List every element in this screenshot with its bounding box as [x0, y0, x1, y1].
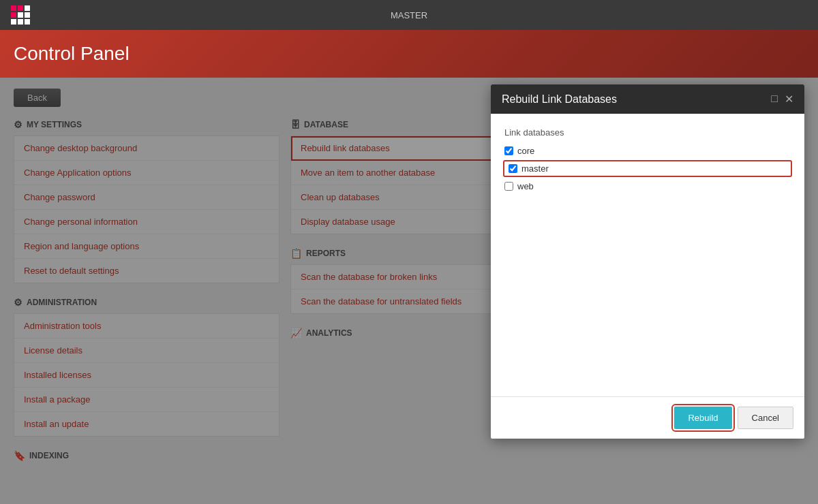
checkbox-core[interactable]: core [504, 146, 791, 156]
close-button[interactable]: ✕ [785, 93, 793, 106]
modal-title: Rebuild Link Databases [502, 93, 617, 106]
modal-overlay: Rebuild Link Databases □ ✕ Link database… [0, 78, 818, 504]
rebuild-button[interactable]: Rebuild [674, 407, 731, 429]
modal-body: Link databases core master web [491, 114, 804, 396]
content-area: Back ⚙ MY SETTINGS Change desktop backgr… [0, 78, 818, 504]
checkbox-master-label: master [521, 163, 549, 174]
page-title: Control Panel [14, 43, 130, 65]
checkbox-web-input[interactable] [504, 182, 513, 191]
topbar-title: MASTER [391, 10, 427, 20]
maximize-button[interactable]: □ [771, 93, 778, 106]
rebuild-link-databases-modal: Rebuild Link Databases □ ✕ Link database… [491, 84, 804, 439]
modal-footer: Rebuild Cancel [491, 396, 804, 439]
page-header: Control Panel [0, 30, 818, 78]
checkbox-web-label: web [517, 181, 534, 191]
cancel-button[interactable]: Cancel [738, 407, 793, 429]
app-logo[interactable] [11, 5, 30, 25]
checkbox-web[interactable]: web [504, 181, 791, 191]
grid-icon [11, 5, 30, 25]
checkbox-core-label: core [517, 146, 534, 156]
checkbox-master-input[interactable] [509, 164, 517, 173]
modal-header: Rebuild Link Databases □ ✕ [491, 84, 804, 114]
modal-header-actions: □ ✕ [771, 93, 793, 106]
link-databases-label: Link databases [504, 127, 791, 138]
topbar: MASTER [0, 0, 818, 30]
checkbox-master[interactable]: master [504, 161, 791, 176]
checkbox-core-input[interactable] [504, 146, 513, 155]
